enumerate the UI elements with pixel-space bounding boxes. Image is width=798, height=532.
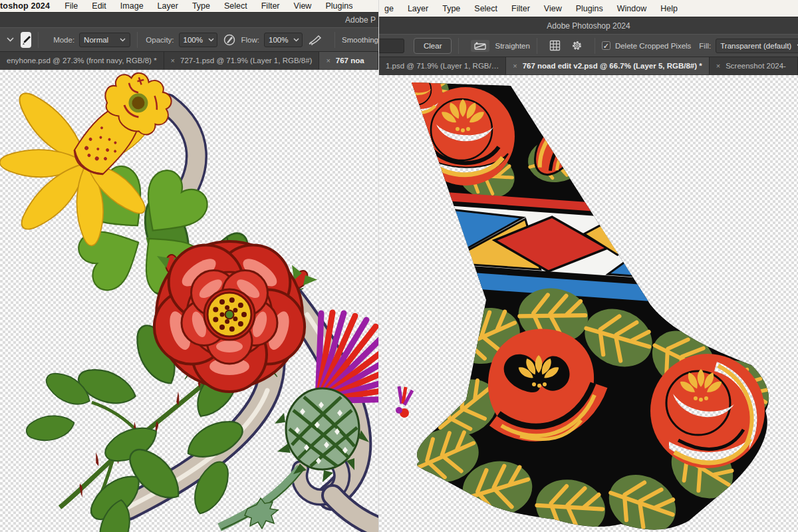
- straighten-icon[interactable]: [471, 40, 489, 52]
- menu-item[interactable]: Filter: [261, 1, 280, 11]
- close-icon[interactable]: ×: [513, 62, 517, 70]
- document-tab[interactable]: × Screenshot 2024-: [710, 57, 798, 74]
- close-icon[interactable]: ×: [326, 57, 330, 65]
- flow-label: Flow:: [241, 36, 259, 44]
- right-artwork-tail-fin: [379, 75, 798, 532]
- tab-label: enyhone.psd @ 27.3% (front navy, RGB/8) …: [7, 57, 157, 65]
- window-title: Adobe P: [345, 15, 376, 25]
- divider: [137, 32, 138, 48]
- mode-value: Normal: [84, 36, 108, 44]
- flow-value: 100%: [269, 36, 288, 44]
- fill-label: Fill:: [699, 42, 711, 50]
- tab-label: 1.psd @ 71.9% (Layer 1, RGB/…: [386, 62, 499, 70]
- angle-input[interactable]: [379, 39, 404, 53]
- menu-item[interactable]: Plugins: [325, 1, 352, 11]
- menu-item[interactable]: Select: [474, 4, 497, 13]
- divider: [38, 32, 39, 48]
- crop-settings-gear-icon[interactable]: [571, 40, 583, 51]
- document-tab-bar: 1.psd @ 71.9% (Layer 1, RGB/… × 767 noad…: [379, 57, 798, 74]
- menu-item[interactable]: Image: [120, 1, 144, 11]
- menu-item[interactable]: Filter: [511, 4, 530, 13]
- opacity-label: Opacity:: [146, 36, 174, 44]
- menu-item[interactable]: View: [544, 4, 562, 13]
- menu-item[interactable]: Plugins: [576, 4, 603, 13]
- delete-cropped-pixels-label: Delete Cropped Pixels: [615, 42, 691, 50]
- menu-item[interactable]: Edit: [92, 1, 106, 11]
- left-artwork-floral-emblem: [0, 70, 378, 532]
- pressure-opacity-icon[interactable]: [223, 33, 236, 47]
- crop-overlay-grid-icon[interactable]: [549, 40, 561, 51]
- screen: toshop 2024 FileEditImageLayerTypeSelect…: [0, 0, 798, 532]
- menu-item[interactable]: Window: [617, 4, 646, 13]
- menu-item[interactable]: Layer: [408, 4, 428, 13]
- canvas-right[interactable]: [379, 75, 798, 532]
- geometric-band: [406, 190, 705, 305]
- tool-preset-chevron-icon[interactable]: [7, 37, 14, 42]
- clear-button[interactable]: Clear: [414, 38, 452, 54]
- document-tab-bar: enyhone.psd @ 27.3% (front navy, RGB/8) …: [0, 52, 378, 69]
- menu-bar: geLayerTypeSelectFilterViewPluginsWindow…: [379, 0, 798, 17]
- opacity-value: 100%: [184, 36, 203, 44]
- divider: [334, 32, 335, 48]
- app-name: toshop 2024: [0, 1, 50, 11]
- options-bar: Clear Straighten ✓ Delete Cropped Pixels…: [379, 34, 798, 57]
- menu-item[interactable]: Type: [442, 4, 460, 13]
- tab-label: 727-1.psd @ 71.9% (Layer 1, RGB/8#): [180, 57, 312, 65]
- photoshop-window-left: toshop 2024 FileEditImageLayerTypeSelect…: [0, 0, 378, 532]
- airbrush-icon[interactable]: [308, 34, 323, 46]
- divider: [595, 38, 595, 54]
- document-tab[interactable]: 1.psd @ 71.9% (Layer 1, RGB/…: [379, 57, 506, 74]
- close-icon[interactable]: ×: [171, 57, 175, 65]
- chevron-down-icon: [293, 38, 299, 42]
- chevron-down-icon: [120, 38, 126, 42]
- fill-select[interactable]: Transparent (default): [716, 39, 798, 53]
- tab-label: 767 noa: [336, 57, 364, 65]
- straighten-label: Straighten: [495, 42, 529, 50]
- mode-select[interactable]: Normal: [79, 33, 130, 47]
- fin-rose-right: [650, 354, 765, 468]
- window-title: Adobe Photoshop 2024: [547, 21, 630, 31]
- options-bar: Mode: Normal Opacity: 100% Flow: 100%: [0, 27, 378, 52]
- menu-item[interactable]: Help: [660, 4, 678, 13]
- tab-label: 767 noad edit v2.psd @ 66.7% (Layer 5, R…: [523, 62, 702, 70]
- menu-bar: toshop 2024 FileEditImageLayerTypeSelect…: [0, 0, 378, 12]
- document-tab[interactable]: × 767 noa: [319, 52, 378, 69]
- menu-item[interactable]: Layer: [158, 1, 178, 11]
- menu-item[interactable]: File: [65, 1, 78, 11]
- document-tab[interactable]: enyhone.psd @ 27.3% (front navy, RGB/8) …: [0, 52, 164, 69]
- menu-item[interactable]: ge: [384, 4, 394, 13]
- canvas-left[interactable]: [0, 70, 378, 532]
- chevron-down-icon: [208, 38, 214, 42]
- photoshop-window-right: geLayerTypeSelectFilterViewPluginsWindow…: [378, 0, 798, 532]
- fill-value: Transparent (default): [720, 42, 791, 50]
- divider: [537, 38, 537, 54]
- title-bar: Adobe Photoshop 2024: [379, 17, 798, 34]
- close-icon[interactable]: ×: [716, 62, 720, 70]
- smoothing-label: Smoothing: [342, 36, 378, 44]
- divider: [458, 38, 459, 54]
- menu-item[interactable]: Type: [192, 1, 210, 11]
- pasted-fragment: [396, 386, 412, 418]
- menu-item[interactable]: Select: [224, 1, 247, 11]
- brush-preset-icon[interactable]: [21, 32, 31, 48]
- mode-label: Mode:: [53, 36, 74, 44]
- flow-select[interactable]: 100%: [264, 33, 303, 47]
- tab-label: Screenshot 2024-: [726, 62, 786, 70]
- menu-item[interactable]: View: [294, 1, 312, 11]
- opacity-select[interactable]: 100%: [179, 33, 217, 47]
- title-bar: Adobe P: [0, 12, 378, 27]
- delete-cropped-pixels-checkbox[interactable]: ✓: [602, 41, 610, 50]
- document-tab[interactable]: × 767 noad edit v2.psd @ 66.7% (Layer 5,…: [506, 57, 710, 74]
- document-tab[interactable]: × 727-1.psd @ 71.9% (Layer 1, RGB/8#): [164, 52, 320, 69]
